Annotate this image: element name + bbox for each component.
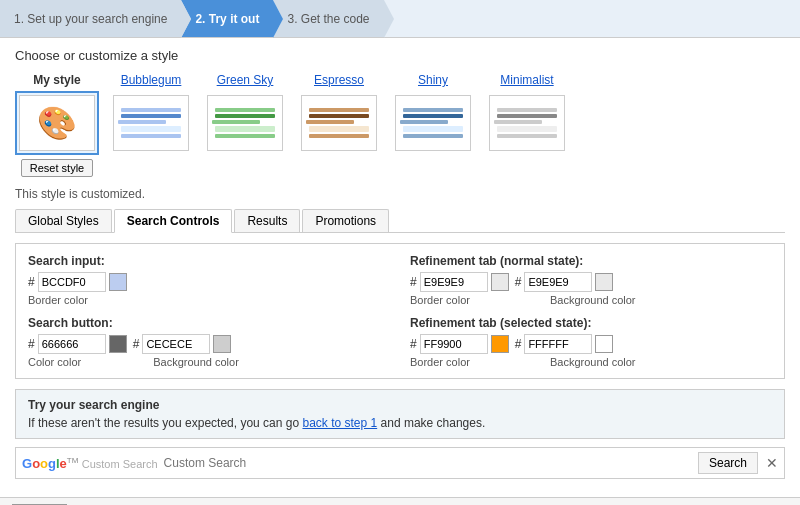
search-button[interactable]: Search	[698, 452, 758, 474]
color-grid: Search input: # Border color Refinement …	[28, 254, 772, 368]
step-3[interactable]: 3. Get the code	[273, 0, 383, 37]
try-text-after: and make changes.	[381, 416, 486, 430]
color-swatch-e9e9e9-border[interactable]	[491, 273, 509, 291]
color-field-666666: #	[28, 334, 127, 354]
step-nav: 1. Set up your search engine 2. Try it o…	[0, 0, 800, 38]
style-shiny-link[interactable]: Shiny	[418, 73, 448, 87]
style-shiny-box	[395, 95, 471, 151]
section-title: Choose or customize a style	[15, 48, 785, 63]
color-row-refinement-normal: # #	[410, 272, 772, 292]
hash-prefix-7: #	[515, 337, 522, 351]
try-section-text: If these aren't the results you expected…	[28, 416, 772, 430]
style-bubblegum-link[interactable]: Bubblegum	[121, 73, 182, 87]
color-sub-label-bg-4: Background color	[550, 356, 636, 368]
color-sub-label-bg-3: Background color	[153, 356, 239, 368]
style-bubblegum-thumb	[109, 91, 193, 155]
color-swatch-cecece[interactable]	[213, 335, 231, 353]
color-swatch-ffffff[interactable]	[595, 335, 613, 353]
style-espresso-thumb	[297, 91, 381, 155]
style-my-style-thumb: 🎨	[15, 91, 99, 155]
color-input-e9e9e9-bg[interactable]	[524, 272, 592, 292]
try-section-link[interactable]: back to step 1	[302, 416, 377, 430]
hash-prefix: #	[28, 275, 35, 289]
google-brand-label: GoogleTM Custom Search	[22, 456, 158, 471]
color-field-ff9900: #	[410, 334, 509, 354]
color-section: Search input: # Border color Refinement …	[15, 243, 785, 379]
style-espresso-box	[301, 95, 377, 151]
color-group-refinement-normal: Refinement tab (normal state): # #	[410, 254, 772, 306]
hash-prefix-4: #	[28, 337, 35, 351]
style-green-sky-link[interactable]: Green Sky	[217, 73, 274, 87]
style-green-sky[interactable]: Green Sky	[203, 73, 287, 155]
tabs-row: Global Styles Search Controls Results Pr…	[15, 209, 785, 233]
style-espresso[interactable]: Espresso	[297, 73, 381, 155]
color-sub-label-bg-2: Background color	[550, 294, 636, 306]
main-content: Choose or customize a style My style 🎨 R…	[0, 38, 800, 497]
color-field-ffffff: #	[515, 334, 614, 354]
color-swatch-ff9900[interactable]	[491, 335, 509, 353]
color-input-bccdf0[interactable]	[38, 272, 106, 292]
hash-prefix-6: #	[410, 337, 417, 351]
color-field-bccdf0: #	[28, 272, 127, 292]
reset-style-button[interactable]: Reset style	[21, 159, 93, 177]
color-row-search-input: #	[28, 272, 390, 292]
try-section-title: Try your search engine	[28, 398, 772, 412]
color-sub-label-border-4: Border color	[410, 356, 470, 368]
search-bar-container: GoogleTM Custom Search Search ✕	[15, 447, 785, 479]
color-input-ff9900[interactable]	[420, 334, 488, 354]
color-input-666666[interactable]	[38, 334, 106, 354]
color-input-ffffff[interactable]	[524, 334, 592, 354]
color-row-search-button: # #	[28, 334, 390, 354]
color-sub-label-border: Border color	[28, 294, 390, 306]
step-2-label: 2. Try it out	[195, 12, 259, 26]
color-field-cecece: #	[133, 334, 232, 354]
step-1[interactable]: 1. Set up your search engine	[0, 0, 181, 37]
style-minimalist-thumb	[485, 91, 569, 155]
hash-prefix-5: #	[133, 337, 140, 351]
style-shiny[interactable]: Shiny	[391, 73, 475, 155]
tab-results[interactable]: Results	[234, 209, 300, 232]
color-swatch-e9e9e9-bg[interactable]	[595, 273, 613, 291]
color-input-e9e9e9-border[interactable]	[420, 272, 488, 292]
color-sub-label-color: Color color	[28, 356, 81, 368]
color-field-e9e9e9-bg: #	[515, 272, 614, 292]
style-shiny-thumb	[391, 91, 475, 155]
style-my-style[interactable]: My style 🎨 Reset style	[15, 73, 99, 177]
style-minimalist-box	[489, 95, 565, 151]
color-sub-label-border-2: Border color	[410, 294, 470, 306]
hash-prefix-2: #	[410, 275, 417, 289]
color-group-search-button-label: Search button:	[28, 316, 390, 330]
color-swatch-666666[interactable]	[109, 335, 127, 353]
step-1-label: 1. Set up your search engine	[14, 12, 167, 26]
hash-prefix-3: #	[515, 275, 522, 289]
style-my-style-box: 🎨	[19, 95, 95, 151]
search-input[interactable]	[162, 454, 694, 472]
color-row-refinement-selected: # #	[410, 334, 772, 354]
customized-text: This style is customized.	[15, 187, 785, 201]
try-section: Try your search engine If these aren't t…	[15, 389, 785, 439]
step-3-label: 3. Get the code	[287, 12, 369, 26]
style-espresso-link[interactable]: Espresso	[314, 73, 364, 87]
color-swatch-bccdf0[interactable]	[109, 273, 127, 291]
style-green-sky-thumb	[203, 91, 287, 155]
color-group-refinement-normal-label: Refinement tab (normal state):	[410, 254, 772, 268]
tab-promotions[interactable]: Promotions	[302, 209, 389, 232]
bottom-bar: Next i Want to do more? Extend the eleme…	[0, 497, 800, 505]
color-group-search-button: Search button: # #	[28, 316, 390, 368]
step-2[interactable]: 2. Try it out	[181, 0, 273, 37]
tab-search-controls[interactable]: Search Controls	[114, 209, 233, 233]
color-input-cecece[interactable]	[142, 334, 210, 354]
color-group-refinement-selected-label: Refinement tab (selected state):	[410, 316, 772, 330]
style-my-style-label: My style	[33, 73, 80, 87]
style-minimalist-link[interactable]: Minimalist	[500, 73, 553, 87]
try-text-before: If these aren't the results you expected…	[28, 416, 302, 430]
tab-global-styles[interactable]: Global Styles	[15, 209, 112, 232]
palette-icon: 🎨	[37, 107, 77, 139]
style-bubblegum[interactable]: Bubblegum	[109, 73, 193, 155]
style-bubblegum-box	[113, 95, 189, 151]
close-icon[interactable]: ✕	[766, 455, 778, 471]
color-group-search-input: Search input: # Border color	[28, 254, 390, 306]
style-minimalist[interactable]: Minimalist	[485, 73, 569, 155]
styles-row: My style 🎨 Reset style Bubblegum	[15, 73, 785, 177]
color-field-e9e9e9-border: #	[410, 272, 509, 292]
